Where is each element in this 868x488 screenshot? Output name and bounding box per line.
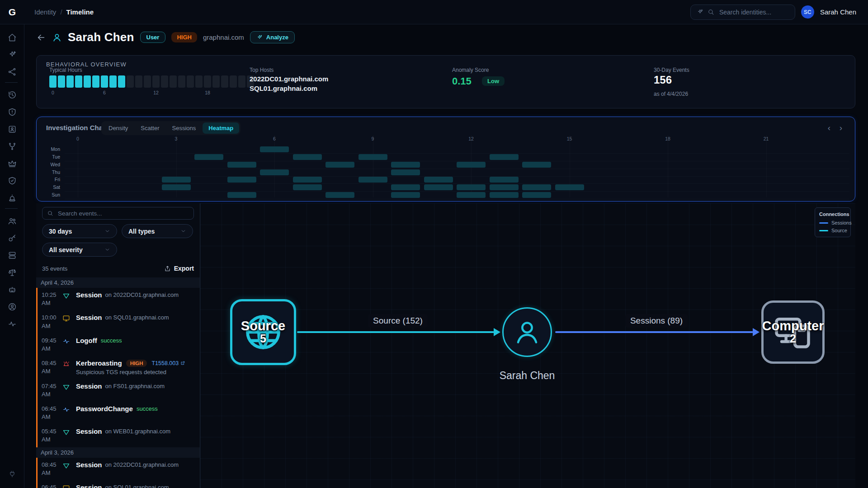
event-title: Logoff xyxy=(76,337,97,344)
alarm-bell-icon[interactable] xyxy=(5,191,19,205)
tab-scatter[interactable]: Scatter xyxy=(135,122,165,134)
monitor-event-icon xyxy=(62,314,76,330)
investigation-chart-card: Investigation Chart Density Scatter Sess… xyxy=(36,117,855,202)
heatmap-gridline xyxy=(78,135,78,197)
event-row[interactable]: 07:45AMSessionon FS01.graphnai.com xyxy=(38,379,200,402)
heatmap-row-label: Wed xyxy=(37,162,60,167)
severity-filter-label: All severity xyxy=(49,246,83,253)
identity-search[interactable] xyxy=(690,5,795,20)
event-row[interactable]: 09:45AMLogoffsuccess xyxy=(38,333,200,356)
heatmap-cell xyxy=(359,177,387,183)
tab-sessions[interactable]: Sessions xyxy=(166,122,202,134)
sessions-line-swatch xyxy=(819,222,828,224)
source-node[interactable]: Source 5 xyxy=(230,299,296,365)
hour-bar xyxy=(178,75,185,88)
hour-bar xyxy=(58,75,65,88)
typical-hours-chart xyxy=(49,75,254,88)
back-button[interactable] xyxy=(36,33,46,42)
heatmap-cell xyxy=(260,169,289,175)
computer-node-label: Computer xyxy=(762,319,824,333)
split-branch-icon[interactable] xyxy=(5,140,19,153)
avatar[interactable]: SC xyxy=(801,5,814,19)
pulse-event-icon xyxy=(62,405,76,421)
user-node[interactable] xyxy=(502,307,552,357)
hour-bar xyxy=(170,75,177,88)
computer-node[interactable]: Computer 2 xyxy=(761,300,825,364)
edge-sessions xyxy=(555,331,753,333)
bot-icon[interactable] xyxy=(5,283,19,296)
hour-bar xyxy=(144,75,151,88)
event-row[interactable]: 05:45AMSessionon WEB01.graphnai.com xyxy=(38,424,200,447)
chart-type-tabs: Density Scatter Sessions Heatmap xyxy=(101,121,241,135)
event-row[interactable]: 10:25AMSessionon 2022DC01.graphnai.com xyxy=(38,288,200,310)
heatmap-cell xyxy=(293,184,322,190)
export-label: Export xyxy=(174,265,194,272)
shield-check-icon[interactable] xyxy=(5,174,19,188)
chart-next-button[interactable]: › xyxy=(840,123,842,132)
graph-canvas[interactable]: Connections Sessions Source Source (152)… xyxy=(200,203,855,488)
sparkles-icon[interactable] xyxy=(5,48,19,61)
event-row[interactable]: 06:45AMSessionon SQL01.graphnai.com xyxy=(38,480,200,488)
app-logo[interactable]: G xyxy=(0,7,24,18)
user-node-label: Sarah Chen xyxy=(500,370,555,382)
heatmap-cell xyxy=(522,184,551,190)
event-title: Kerberoasting xyxy=(76,359,122,367)
identity-search-input[interactable] xyxy=(718,8,786,16)
hour-bar xyxy=(92,75,99,88)
edge-source-arrowhead xyxy=(494,328,500,336)
users-icon[interactable] xyxy=(5,214,19,228)
export-button[interactable]: Export xyxy=(164,265,194,272)
event-title: Session xyxy=(76,382,102,390)
analyze-label: Analyze xyxy=(266,34,288,41)
source-line-swatch xyxy=(819,230,828,231)
edge-source xyxy=(297,331,494,333)
legend-label-sessions: Sessions xyxy=(831,220,852,225)
scales-icon[interactable] xyxy=(5,266,19,279)
plug-icon[interactable] xyxy=(5,467,19,481)
event-time: 08:45AM xyxy=(42,359,62,375)
id-card-icon[interactable] xyxy=(5,122,19,136)
event-row[interactable]: 08:45AMKerberoastingHIGHT1558.003Suspici… xyxy=(38,356,200,379)
event-host: on SQL01.graphnai.com xyxy=(105,484,169,488)
source-node-count: 5 xyxy=(260,333,266,345)
computer-node-count: 2 xyxy=(790,333,796,345)
shield-alert-icon[interactable] xyxy=(5,105,19,119)
breadcrumb-identity[interactable]: Identity xyxy=(34,8,56,16)
event-row[interactable]: 10:00AMSessionon SQL01.graphnai.com xyxy=(38,310,200,333)
event-row[interactable]: 08:45AMSessionon 2022DC01.graphnai.com xyxy=(38,458,200,480)
technique-link[interactable]: T1558.003 xyxy=(151,360,185,366)
analyze-button[interactable]: Analyze xyxy=(250,31,295,43)
heatmap-row-label: Tue xyxy=(37,154,60,160)
risk-badge: HIGH xyxy=(171,32,197,42)
event-list: April 4, 202610:25AMSessionon 2022DC01.g… xyxy=(36,277,200,488)
severity-filter-dropdown[interactable]: All severity xyxy=(42,243,117,257)
edge-label-sessions: Sessions (89) xyxy=(625,314,688,328)
current-user-name[interactable]: Sarah Chen xyxy=(820,8,856,16)
crown-icon[interactable] xyxy=(5,157,19,170)
server-icon[interactable] xyxy=(5,249,19,262)
legend-item-source: Source xyxy=(819,228,846,233)
heatmap-gridline xyxy=(766,135,767,197)
key-icon[interactable] xyxy=(5,231,19,245)
anomaly-score-label: Anomaly Score xyxy=(452,67,489,73)
activity-icon[interactable] xyxy=(5,317,19,331)
home-icon[interactable] xyxy=(5,31,19,44)
heatmap-cell xyxy=(457,162,486,168)
event-search-input[interactable] xyxy=(57,210,179,217)
top-host-2: SQL01.graphnai.com xyxy=(250,84,317,92)
graph-legend: Connections Sessions Source xyxy=(815,207,851,237)
heatmap-cell xyxy=(490,184,519,190)
tab-density[interactable]: Density xyxy=(103,122,134,134)
chart-prev-button[interactable]: ‹ xyxy=(828,123,830,132)
heatmap-cell xyxy=(391,192,420,198)
heatmap-row-label: Sun xyxy=(37,192,60,197)
share-nodes-icon[interactable] xyxy=(5,65,19,79)
event-row[interactable]: 06:45AMPasswordChangesuccess xyxy=(38,402,200,424)
history-icon[interactable] xyxy=(5,88,19,102)
range-filter-dropdown[interactable]: 30 days xyxy=(42,224,117,238)
user-circle-icon[interactable] xyxy=(5,300,19,314)
legend-title: Connections xyxy=(819,211,846,217)
event-search[interactable] xyxy=(42,207,194,220)
tab-heatmap[interactable]: Heatmap xyxy=(203,122,239,134)
type-filter-dropdown[interactable]: All types xyxy=(122,224,193,238)
